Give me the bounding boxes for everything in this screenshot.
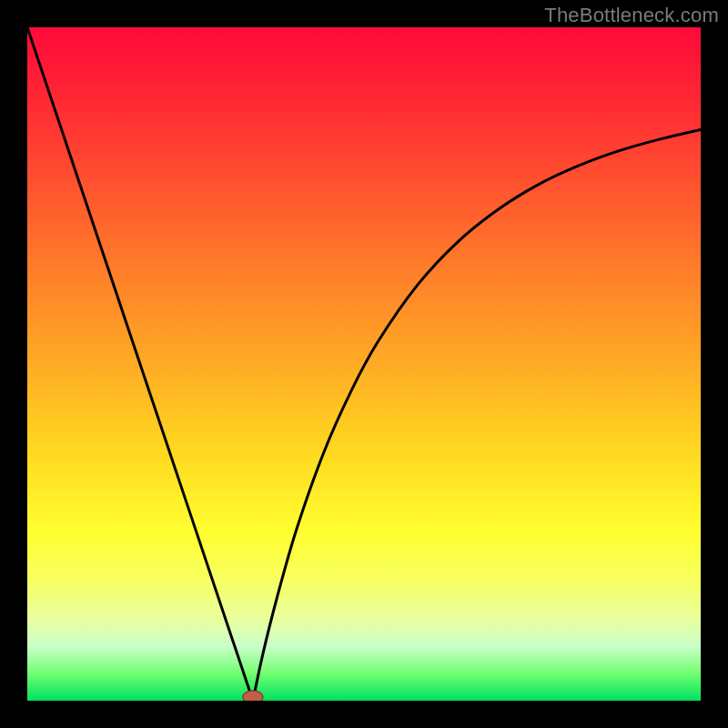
- curve-right-branch: [253, 129, 701, 701]
- curve-left-branch: [27, 27, 253, 701]
- plot-area: [27, 27, 701, 701]
- minimum-marker: [243, 691, 263, 701]
- watermark-text: TheBottleneck.com: [544, 4, 719, 27]
- chart-frame: TheBottleneck.com: [0, 0, 728, 728]
- curve-layer: [27, 27, 701, 701]
